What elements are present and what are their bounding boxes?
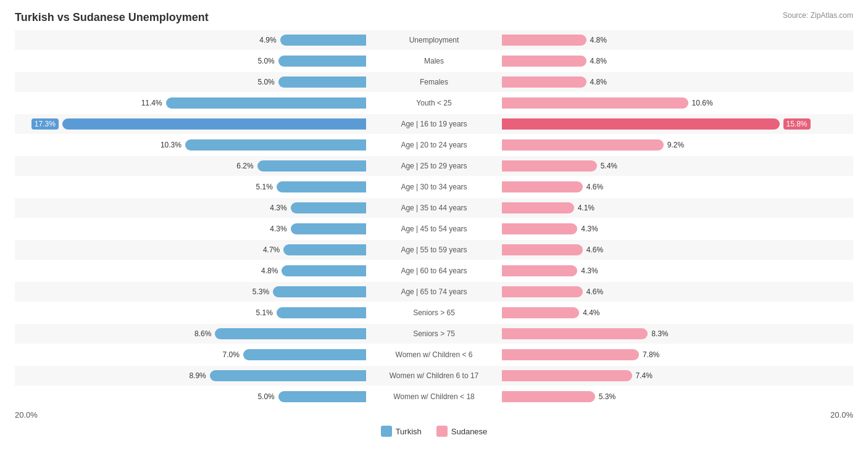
left-bar-wrapper: 4.7% bbox=[15, 243, 366, 257]
left-bar-wrapper: 5.1% bbox=[15, 306, 366, 320]
bar-label-right: 4.3% bbox=[581, 225, 598, 233]
left-section: 4.9% bbox=[15, 30, 366, 50]
legend-box-sudanese bbox=[436, 426, 448, 437]
bar-pink bbox=[502, 307, 579, 318]
right-bar-wrapper: 4.8% bbox=[502, 75, 853, 89]
left-section: 5.1% bbox=[15, 303, 366, 323]
right-bar-wrapper: 4.6% bbox=[502, 180, 853, 194]
bar-pink bbox=[502, 76, 586, 88]
bar-label-right: 4.1% bbox=[578, 204, 595, 212]
bar-pink bbox=[502, 160, 597, 172]
right-section: 4.4% bbox=[502, 303, 853, 323]
left-bar-wrapper: 11.4% bbox=[15, 96, 366, 110]
center-label: Age | 35 to 44 years bbox=[366, 204, 502, 212]
bar-label-left: 17.3% bbox=[31, 118, 59, 130]
bar-pink bbox=[502, 349, 639, 360]
right-bar-wrapper: 4.1% bbox=[502, 201, 853, 215]
bar-blue bbox=[278, 56, 366, 67]
bar-row: 11.4% Youth < 25 10.6% bbox=[15, 93, 853, 113]
axis-left: 20.0% bbox=[15, 410, 369, 419]
bar-blue bbox=[62, 118, 366, 130]
bar-label-right: 8.3% bbox=[651, 329, 668, 338]
legend: Turkish Sudanese bbox=[15, 426, 853, 437]
right-bar-wrapper: 7.4% bbox=[502, 369, 853, 382]
bar-pink bbox=[502, 118, 780, 130]
right-section: 10.6% bbox=[502, 93, 853, 113]
bar-row: 5.3% Age | 65 to 74 years 4.6% bbox=[15, 282, 853, 302]
center-label: Age | 45 to 54 years bbox=[366, 225, 502, 233]
bar-label-right: 7.4% bbox=[636, 371, 653, 380]
left-section: 7.0% bbox=[15, 345, 366, 365]
bar-pink bbox=[502, 181, 583, 192]
bar-blue bbox=[215, 328, 366, 339]
center-label: Females bbox=[366, 78, 502, 86]
center-label: Age | 65 to 74 years bbox=[366, 287, 502, 296]
center-label: Women w/ Children < 18 bbox=[366, 392, 502, 401]
bar-pink bbox=[502, 223, 577, 234]
left-section: 5.0% bbox=[15, 72, 366, 92]
bar-label-right: 4.8% bbox=[590, 78, 607, 86]
left-bar-wrapper: 17.3% bbox=[15, 117, 366, 131]
center-label: Seniors > 65 bbox=[366, 308, 502, 317]
bar-label-right: 4.6% bbox=[586, 287, 603, 296]
center-label: Age | 55 to 59 years bbox=[366, 246, 502, 254]
right-section: 4.6% bbox=[502, 240, 853, 260]
right-bar-wrapper: 4.8% bbox=[502, 54, 853, 68]
right-section: 7.4% bbox=[502, 366, 853, 386]
bar-blue bbox=[280, 35, 366, 46]
bar-blue bbox=[278, 76, 366, 88]
bar-row: 4.8% Age | 60 to 64 years 4.3% bbox=[15, 261, 853, 281]
left-section: 5.3% bbox=[15, 282, 366, 302]
bar-label-right: 5.3% bbox=[599, 392, 616, 401]
bar-label-left: 10.3% bbox=[159, 141, 182, 149]
right-section: 4.6% bbox=[502, 177, 853, 197]
bar-pink bbox=[502, 244, 583, 255]
left-bar-wrapper: 4.8% bbox=[15, 264, 366, 278]
right-section: 4.8% bbox=[502, 51, 853, 71]
bar-blue bbox=[185, 139, 366, 151]
chart-rows-wrapper: 4.9% Unemployment 4.8% 5.0% Males bbox=[15, 30, 853, 407]
center-label: Age | 60 to 64 years bbox=[366, 267, 502, 275]
bar-pink bbox=[502, 391, 595, 402]
center-label: Males bbox=[366, 57, 502, 65]
source-text: Source: ZipAtlas.com bbox=[783, 11, 853, 20]
axis-row: 20.0% 20.0% bbox=[15, 410, 853, 419]
bar-label-right: 4.4% bbox=[583, 308, 599, 317]
left-section: 11.4% bbox=[15, 93, 366, 113]
left-section: 10.3% bbox=[15, 135, 366, 155]
center-label: Age | 16 to 19 years bbox=[366, 120, 502, 128]
chart-title: Turkish vs Sudanese Unemployment bbox=[15, 11, 853, 24]
axis-label-left: 20.0% bbox=[15, 410, 38, 419]
bar-label-left: 4.3% bbox=[265, 204, 287, 212]
right-section: 15.8% bbox=[502, 114, 853, 134]
chart-container: Turkish vs Sudanese Unemployment Source:… bbox=[0, 0, 868, 467]
left-section: 8.6% bbox=[15, 324, 366, 344]
right-bar-wrapper: 4.6% bbox=[502, 243, 853, 257]
bar-blue bbox=[282, 265, 366, 276]
right-section: 5.4% bbox=[502, 156, 853, 176]
bar-pink bbox=[502, 286, 583, 297]
legend-label-turkish: Turkish bbox=[396, 427, 422, 436]
axis-label-right: 20.0% bbox=[830, 410, 853, 419]
bar-row: 5.0% Males 4.8% bbox=[15, 51, 853, 71]
left-bar-wrapper: 8.6% bbox=[15, 327, 366, 341]
bar-row: 4.9% Unemployment 4.8% bbox=[15, 30, 853, 50]
bar-row: 5.0% Females 4.8% bbox=[15, 72, 853, 92]
right-section: 5.3% bbox=[502, 387, 853, 407]
bar-label-right: 15.8% bbox=[783, 118, 811, 130]
center-label: Age | 20 to 24 years bbox=[366, 141, 502, 149]
left-bar-wrapper: 5.0% bbox=[15, 54, 366, 68]
bar-blue bbox=[291, 202, 366, 213]
bar-row: 7.0% Women w/ Children < 6 7.8% bbox=[15, 345, 853, 365]
bar-row: 5.0% Women w/ Children < 18 5.3% bbox=[15, 387, 853, 407]
bar-label-left: 5.3% bbox=[247, 287, 269, 296]
right-section: 8.3% bbox=[502, 324, 853, 344]
bar-label-left: 5.0% bbox=[252, 392, 275, 401]
bar-row: 5.1% Age | 30 to 34 years 4.6% bbox=[15, 177, 853, 197]
right-bar-wrapper: 8.3% bbox=[502, 327, 853, 341]
bar-pink bbox=[502, 56, 586, 67]
bar-row: 8.9% Women w/ Children 6 to 17 7.4% bbox=[15, 366, 853, 386]
bar-row: 17.3% Age | 16 to 19 years 15.8% bbox=[15, 114, 853, 134]
right-bar-wrapper: 5.3% bbox=[502, 390, 853, 403]
right-section: 4.3% bbox=[502, 261, 853, 281]
